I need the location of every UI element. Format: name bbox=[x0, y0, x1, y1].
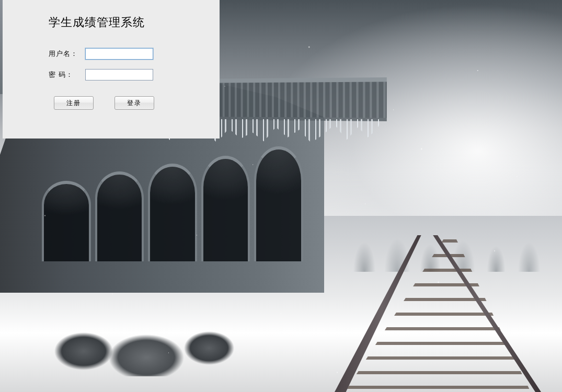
login-button[interactable]: 登录 bbox=[114, 96, 154, 110]
register-button[interactable]: 注册 bbox=[54, 96, 94, 110]
password-input[interactable] bbox=[85, 69, 153, 80]
system-title: 学生成绩管理系统 bbox=[49, 15, 199, 30]
password-row: 密 码： bbox=[49, 69, 199, 80]
username-row: 用户名： bbox=[49, 48, 199, 60]
username-input[interactable] bbox=[85, 48, 153, 60]
login-panel: 学生成绩管理系统 用户名： 密 码： 注册 登录 bbox=[3, 0, 220, 139]
username-label: 用户名： bbox=[49, 49, 85, 59]
button-row: 注册 登录 bbox=[54, 96, 199, 110]
password-label: 密 码： bbox=[49, 70, 85, 79]
foreground-rocks bbox=[42, 314, 251, 376]
